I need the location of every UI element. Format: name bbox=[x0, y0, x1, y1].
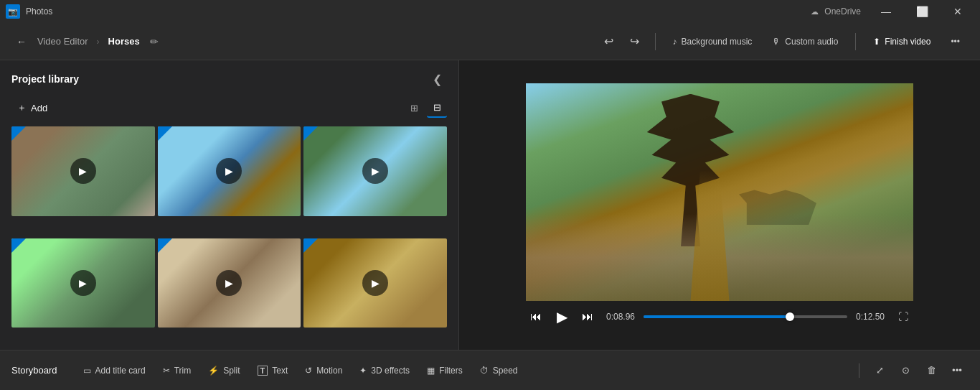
breadcrumb-separator: › bbox=[97, 37, 100, 47]
play-overlay: ▶ bbox=[11, 126, 155, 216]
toolbar-left: ← Video Editor › Horses ✏ bbox=[11, 32, 598, 52]
trim-button[interactable]: ✂ Trim bbox=[154, 360, 200, 381]
media-item[interactable]: ▶ bbox=[11, 126, 155, 216]
resize-button[interactable]: ⤢ bbox=[868, 359, 891, 382]
more-icon: ••• bbox=[951, 37, 960, 47]
play-overlay: ▶ bbox=[158, 126, 301, 216]
finish-video-label: Finish video bbox=[885, 37, 930, 47]
progress-thumb[interactable] bbox=[786, 312, 794, 321]
progress-fill bbox=[644, 315, 790, 318]
media-item[interactable]: ▶ bbox=[11, 238, 155, 328]
text-button[interactable]: T Text bbox=[249, 360, 297, 381]
play-overlay: ▶ bbox=[303, 238, 447, 328]
toolbar-separator-2 bbox=[855, 33, 856, 50]
progress-bar[interactable] bbox=[644, 315, 847, 318]
undo-icon: ↩ bbox=[604, 34, 613, 48]
close-button[interactable]: ✕ bbox=[941, 0, 974, 23]
play-pause-button[interactable]: ▶ bbox=[552, 307, 572, 327]
video-thumbnail bbox=[526, 83, 913, 302]
play-overlay: ▶ bbox=[303, 126, 447, 216]
back-icon: ← bbox=[17, 36, 27, 47]
onedrive-icon: ☁ bbox=[811, 7, 819, 17]
play-icon: ▶ bbox=[362, 270, 388, 296]
motion-icon: ↺ bbox=[305, 366, 312, 376]
play-overlay: ▶ bbox=[11, 238, 155, 328]
filters-label: Filters bbox=[439, 366, 463, 376]
storyboard-more-icon: ••• bbox=[952, 365, 962, 376]
rotate-icon: ⊙ bbox=[902, 365, 910, 376]
storyboard-separator bbox=[859, 363, 859, 378]
library-header: Project library ❮ bbox=[0, 60, 458, 95]
play-icon: ▶ bbox=[362, 158, 388, 184]
custom-audio-button[interactable]: 🎙 Custom audio bbox=[763, 32, 847, 51]
view-small-grid-button[interactable]: ⊟ bbox=[427, 98, 447, 118]
rotate-button[interactable]: ⊙ bbox=[894, 359, 917, 382]
redo-button[interactable]: ↪ bbox=[623, 30, 646, 53]
media-item[interactable]: ▶ bbox=[303, 238, 447, 328]
text-label: Text bbox=[272, 366, 288, 376]
background-music-button[interactable]: ♪ Background music bbox=[664, 32, 761, 51]
play-icon: ▶ bbox=[70, 158, 96, 184]
fullscreen-button[interactable]: ⛶ bbox=[893, 307, 913, 327]
music-icon: ♪ bbox=[673, 37, 677, 47]
delete-button[interactable]: 🗑 bbox=[920, 359, 943, 382]
split-button[interactable]: ⚡ Split bbox=[199, 360, 248, 381]
back-button[interactable]: ← bbox=[11, 32, 32, 52]
filters-icon: ▦ bbox=[427, 366, 435, 376]
fast-forward-button[interactable]: ⏭ bbox=[578, 307, 598, 327]
storyboard-label: Storyboard bbox=[11, 365, 57, 376]
edit-icon: ✏ bbox=[150, 36, 159, 47]
audio-icon: 🎙 bbox=[772, 37, 781, 47]
add-media-button[interactable]: ＋ Add bbox=[11, 98, 53, 117]
minimize-button[interactable]: — bbox=[870, 0, 903, 23]
3d-effects-label: 3D effects bbox=[371, 366, 410, 376]
motion-button[interactable]: ↺ Motion bbox=[296, 360, 351, 381]
toolbar-right: ↩ ↪ ♪ Background music 🎙 Custom audio ⬆ … bbox=[598, 30, 969, 53]
media-item[interactable]: ▶ bbox=[158, 238, 301, 328]
storyboard-tools: ▭ Add title card ✂ Trim ⚡ Split T Text ↺… bbox=[75, 360, 853, 381]
play-icon: ▶ bbox=[70, 270, 96, 296]
resize-icon: ⤢ bbox=[876, 365, 884, 376]
breadcrumb-parent[interactable]: Video Editor bbox=[37, 36, 88, 47]
collapse-button[interactable]: ❮ bbox=[427, 69, 447, 89]
storyboard-right: ⤢ ⊙ 🗑 ••• bbox=[853, 359, 969, 382]
split-icon: ⚡ bbox=[208, 366, 219, 376]
time-total: 0:12.50 bbox=[853, 312, 887, 322]
add-title-card-label: Add title card bbox=[95, 366, 146, 376]
titlebar-left: 📷 Photos bbox=[6, 4, 52, 19]
speed-icon: ⏱ bbox=[480, 366, 489, 376]
trim-icon: ✂ bbox=[163, 366, 170, 376]
media-item[interactable]: ▶ bbox=[303, 126, 447, 216]
add-icon: ＋ bbox=[17, 101, 27, 114]
rewind-button[interactable]: ⏮ bbox=[526, 307, 546, 327]
breadcrumb-current: Horses bbox=[108, 36, 140, 47]
undo-button[interactable]: ↩ bbox=[598, 30, 621, 53]
library-toolbar: ＋ Add ⊞ ⊟ bbox=[0, 95, 458, 124]
text-icon: T bbox=[258, 366, 268, 376]
3d-effects-button[interactable]: ✦ 3D effects bbox=[351, 360, 418, 381]
play-overlay: ▶ bbox=[158, 238, 301, 328]
add-title-card-button[interactable]: ▭ Add title card bbox=[75, 360, 154, 381]
video-controls: ⏮ ▶ ⏭ 0:08.96 0:12.50 ⛶ bbox=[526, 307, 913, 327]
filters-button[interactable]: ▦ Filters bbox=[418, 360, 471, 381]
app-icon: 📷 bbox=[6, 4, 20, 19]
finish-video-button[interactable]: ⬆ Finish video bbox=[864, 32, 939, 51]
title-card-icon: ▭ bbox=[83, 366, 91, 376]
view-large-grid-button[interactable]: ⊞ bbox=[404, 98, 424, 118]
speed-label: Speed bbox=[493, 366, 518, 376]
toolbar: ← Video Editor › Horses ✏ ↩ ↪ ♪ Backgrou… bbox=[0, 23, 980, 60]
media-grid: ▶ ▶ ▶ ▶ bbox=[0, 124, 458, 350]
more-options-button[interactable]: ••• bbox=[942, 32, 969, 51]
maximize-button[interactable]: ⬜ bbox=[905, 0, 938, 23]
toolbar-separator-1 bbox=[655, 33, 656, 50]
export-icon: ⬆ bbox=[873, 37, 880, 47]
storyboard-more-button[interactable]: ••• bbox=[946, 359, 969, 382]
edit-title-button[interactable]: ✏ bbox=[150, 36, 159, 47]
speed-button[interactable]: ⏱ Speed bbox=[471, 360, 527, 381]
app-title: Photos bbox=[26, 6, 52, 17]
split-label: Split bbox=[223, 366, 240, 376]
left-panel: Project library ❮ ＋ Add ⊞ ⊟ ▶ bbox=[0, 60, 459, 350]
view-toggle: ⊞ ⊟ bbox=[404, 98, 447, 118]
media-item[interactable]: ▶ bbox=[158, 126, 301, 216]
video-preview[interactable] bbox=[526, 83, 913, 302]
